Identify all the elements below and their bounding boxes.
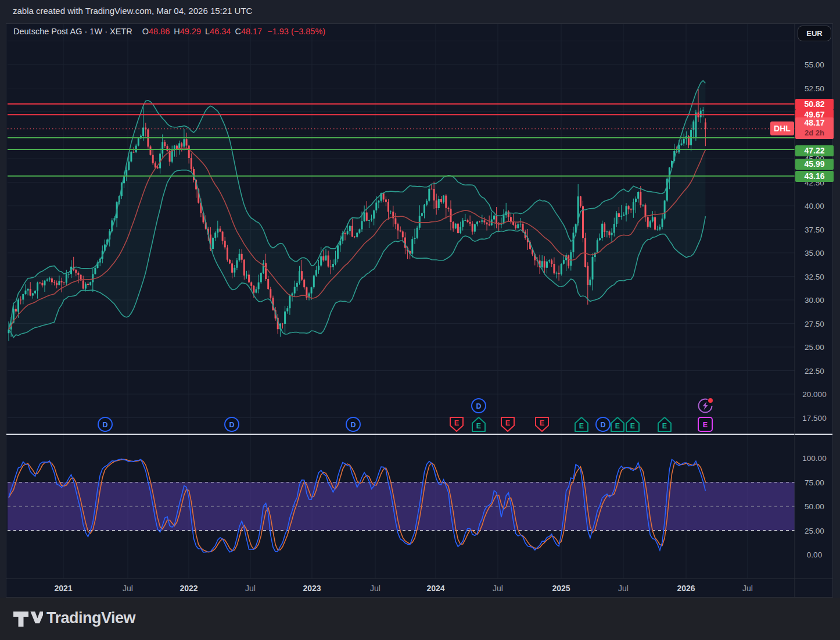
time-tick-year: 2023 — [303, 584, 321, 593]
price-level-badge[interactable]: 47.22 — [795, 145, 834, 156]
ohlc-value: 46.34 — [210, 27, 231, 36]
alert-red-dot — [708, 398, 713, 403]
tradingview-page: zabla created with TradingView.com, Mar … — [0, 0, 840, 640]
time-tick-month: Jul — [370, 584, 380, 593]
price-tick-label: 20.000 — [795, 390, 834, 399]
ohlc-value: 49.29 — [180, 27, 201, 36]
svg-text:E[interactable]: E — [630, 422, 635, 430]
earnings-marker-miss[interactable]: E — [536, 417, 548, 431]
time-tick-year: 2022 — [180, 584, 198, 593]
price-tick-label: 37.50 — [795, 225, 834, 234]
time-tick-year: 2024 — [426, 584, 444, 593]
currency-button[interactable]: EUR — [798, 26, 831, 41]
price-tick-label: 30.00 — [795, 296, 834, 305]
price-chart-canvas[interactable]: DDDDDEEEEEEEEE — [6, 24, 832, 597]
stoch-tick-label: 50.00 — [795, 502, 834, 511]
stoch-tick-label: 25.00 — [795, 526, 834, 535]
event-markers[interactable]: DDDDDEEEEEEEEE — [98, 398, 713, 431]
dividend-marker[interactable]: D — [346, 417, 360, 431]
time-tick-year: 2025 — [552, 584, 570, 593]
earnings-marker-miss[interactable]: E — [450, 417, 463, 431]
earnings-marker-beat[interactable]: E — [472, 417, 485, 431]
svg-text:E[interactable]: E — [662, 422, 667, 430]
change-value: −1.93 (−3.85%) — [267, 27, 325, 36]
symbol-price-label[interactable]: DHL — [770, 121, 794, 135]
earnings-marker-beat[interactable]: E — [575, 417, 588, 431]
earnings-marker-miss[interactable]: E — [501, 417, 514, 431]
dividend-marker[interactable]: D — [596, 417, 610, 431]
alert-lightning-icon[interactable] — [699, 398, 713, 413]
ohlc-key: H — [174, 27, 180, 36]
price-tick-label: 27.50 — [795, 319, 834, 328]
ohlc-values: O48.86H49.29L46.34C48.17 — [138, 27, 263, 36]
stochastic-plot — [8, 459, 795, 553]
time-tick-month: Jul — [618, 584, 629, 593]
price-tick-label: 32.50 — [795, 272, 834, 281]
symbol-legend[interactable]: Deutsche Post AG · 1W · XETRO48.86H49.29… — [13, 27, 325, 36]
ohlc-key: O — [142, 27, 149, 36]
tradingview-logo-icon[interactable] — [13, 609, 43, 629]
price-tick-label: 52.50 — [795, 84, 834, 92]
time-tick-month: Jul — [493, 584, 503, 593]
bollinger-fill — [9, 81, 705, 338]
price-tick-label: 35.00 — [795, 249, 834, 258]
attribution-text: zabla created with TradingView.com, Mar … — [13, 6, 252, 16]
ohlc-value: 48.17 — [241, 27, 262, 36]
ohlc-value: 48.86 — [149, 27, 170, 36]
svg-text:E[interactable]: E — [505, 419, 510, 427]
svg-text:E[interactable]: E — [476, 422, 481, 430]
svg-text:D[interactable]: D — [102, 421, 107, 429]
price-tick-label: 40.00 — [795, 202, 834, 210]
svg-text:E[interactable]: E — [615, 422, 620, 430]
price-tick-label: 22.50 — [795, 366, 834, 375]
price-level-badge[interactable]: 45.99 — [795, 159, 834, 170]
earnings-marker-beat[interactable]: E — [626, 417, 639, 431]
tradingview-logo-text[interactable]: TradingView — [46, 609, 135, 627]
svg-text:D[interactable]: D — [600, 421, 605, 429]
svg-text:D[interactable]: D — [229, 421, 234, 429]
earnings-marker-upcoming[interactable]: E — [698, 417, 712, 431]
footer-bar: TradingView — [0, 598, 840, 640]
time-tick-month: Jul — [742, 584, 753, 593]
time-tick-year: 2021 — [54, 584, 72, 593]
time-tick-month: Jul — [123, 584, 133, 593]
svg-text:D[interactable]: D — [476, 402, 481, 410]
price-tick-label: 55.00 — [795, 60, 834, 69]
ohlc-key: C — [235, 27, 240, 36]
time-tick-year: 2026 — [677, 584, 695, 593]
svg-text:E[interactable]: E — [579, 422, 584, 430]
current-price-badge[interactable]: 48.172d 2h — [795, 117, 834, 139]
price-tick-label: 25.00 — [795, 343, 834, 352]
svg-text:E[interactable]: E — [540, 419, 544, 427]
svg-text:D[interactable]: D — [350, 421, 356, 429]
earnings-marker-beat[interactable]: E — [658, 417, 671, 431]
price-tick-label: 17.500 — [795, 413, 834, 422]
time-tick-month: Jul — [245, 584, 256, 593]
dividend-marker[interactable]: D — [225, 417, 239, 431]
stoch-tick-label: 0.00 — [795, 550, 834, 559]
price-level-badge[interactable]: 50.82 — [795, 99, 834, 110]
price-level-badge[interactable]: 43.16 — [795, 171, 834, 182]
svg-text:E[interactable]: E — [703, 421, 708, 429]
svg-text:E[interactable]: E — [454, 419, 459, 427]
ohlc-key: L — [205, 27, 210, 36]
earnings-marker-beat[interactable]: E — [611, 417, 624, 431]
attribution-bar: zabla created with TradingView.com, Mar … — [0, 0, 840, 23]
dividend-marker[interactable]: D — [472, 399, 486, 413]
stoch-tick-label: 100.00 — [795, 454, 834, 463]
dividend-marker[interactable]: D — [98, 417, 112, 431]
symbol-title[interactable]: Deutsche Post AG · 1W · XETR — [13, 27, 132, 36]
stoch-tick-label: 75.00 — [795, 478, 834, 487]
chart-widget[interactable]: DDDDDEEEEEEEEE Deutsche Post AG · 1W · X… — [6, 23, 833, 598]
